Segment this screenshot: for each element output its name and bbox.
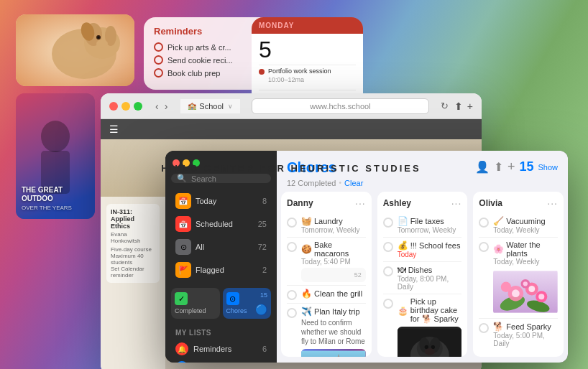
forward-button[interactable]: ›	[163, 101, 170, 112]
task-birthday-cake: 🎂 Pick up birthday cake for 🐕 Sparky	[383, 294, 462, 357]
chores-label: Chores	[226, 307, 247, 314]
add-button[interactable]: +	[507, 159, 515, 174]
task-water-plants: 🌸 Water the plants Today, Weekly	[479, 238, 558, 319]
sidebar-item-completed[interactable]: ✓ Completed	[171, 288, 220, 319]
task-circle[interactable]	[287, 218, 297, 228]
svg-point-28	[431, 345, 434, 349]
widget-photo: THE GREAT OUTDOO OVER THE YEARS	[16, 93, 95, 219]
share-icon[interactable]: ⬆	[494, 160, 503, 174]
show-button[interactable]: Show	[538, 163, 558, 172]
task-circle[interactable]	[479, 242, 489, 252]
task-plants-info: 🌸 Water the plants Today, Weekly	[493, 240, 558, 315]
ashley-menu[interactable]: ···	[451, 197, 462, 209]
reminder-circle-1	[154, 42, 163, 52]
plants-emoji: 🌸	[493, 244, 504, 254]
task-circle[interactable]	[287, 242, 297, 252]
fees-emoji: 💰	[398, 240, 408, 251]
laundry-title: Laundry	[314, 217, 343, 225]
task-vacuum-info: 🧹 Vacuuming Today, Weekly	[493, 216, 558, 234]
safari-nav: ‹ ›	[154, 101, 169, 112]
list-label-reminders: Reminders	[193, 345, 262, 353]
svg-point-27	[424, 345, 428, 349]
dishes-sub: Today, 8:00 PM, Daily	[398, 275, 462, 291]
clear-button[interactable]: Clear	[344, 179, 363, 187]
reload-button[interactable]: ↻	[441, 101, 449, 111]
main-count: 15	[519, 159, 533, 174]
photo-widget-text: THE GREAT OUTDOO OVER THE YEARS	[22, 186, 89, 212]
safari-school-tab[interactable]: 🏫 School ∨	[180, 99, 240, 113]
svg-point-11	[41, 121, 70, 152]
today-icon: 📅	[175, 193, 191, 209]
taxes-sub: Tomorrow, Weekly	[398, 226, 462, 234]
olivia-col-header: Olivia ···	[479, 197, 558, 209]
task-circle[interactable]	[479, 323, 489, 333]
safari-actions: ⬆ +	[454, 101, 473, 112]
col-ashley: Ashley ··· 📄 File taxes Tomorrow, Weekly	[377, 192, 468, 357]
calendar-event-1: Portfolio work session 10:00–12ma	[259, 65, 356, 86]
ashley-name: Ashley	[383, 198, 411, 208]
list-item-family[interactable]: 👪 Family 7	[171, 358, 271, 363]
svg-point-39	[539, 294, 545, 299]
list-item-reminders[interactable]: 🔔 Reminders 6	[171, 340, 271, 358]
school-course-card[interactable]: IN-311: Applied Ethics Evana Honkowitsh …	[106, 204, 160, 283]
traffic-light-green[interactable]	[134, 102, 142, 111]
task-grill-info: 🔥 Clean the grill	[301, 289, 366, 299]
calendar-event-1-title: Portfolio work session	[268, 67, 331, 76]
list-icon-reminders: 🔔	[175, 342, 188, 355]
sidebar-item-flagged[interactable]: 🚩 Flagged 2	[171, 259, 271, 281]
task-circle[interactable]	[287, 308, 297, 318]
macarons-note-count: 52	[306, 271, 362, 279]
sidebar-item-today[interactable]: 📅 Today 8	[171, 190, 271, 212]
olivia-menu[interactable]: ···	[547, 197, 558, 209]
reminder-circle-2	[154, 55, 163, 65]
traffic-light-red[interactable]	[109, 102, 118, 111]
task-circle[interactable]	[383, 242, 393, 252]
task-dishes: 🍽 Dishes Today, 8:00 PM, Daily	[383, 262, 462, 294]
svg-point-29	[424, 348, 434, 355]
sidebar-item-all[interactable]: ⊙ All 72	[171, 236, 271, 258]
reminders-main: Chores 12 Completed • Clear 👤 ⬆ + 15 Sho…	[277, 151, 568, 363]
scheduled-icon: 📅	[175, 216, 191, 232]
task-circle[interactable]	[383, 266, 393, 276]
hamburger-icon[interactable]: ☰	[109, 123, 119, 135]
macarons-sub: Today, 5:40 PM	[301, 258, 366, 266]
add-tab-icon[interactable]: +	[467, 101, 473, 112]
sidebar-item-scheduled[interactable]: 📅 Scheduled 25	[171, 213, 271, 235]
task-circle[interactable]	[383, 218, 393, 228]
task-laundry-info: 🧺 Laundry Tomorrow, Weekly	[301, 216, 366, 234]
task-circle[interactable]	[287, 290, 297, 300]
today-label: Today	[196, 197, 262, 205]
feed-emoji: 🐕	[493, 322, 504, 332]
safari-url-bar[interactable]: www.hchs.school	[252, 98, 429, 114]
reminders-search[interactable]: 🔍 Search	[171, 174, 271, 183]
plants-sub: Today, Weekly	[493, 258, 558, 266]
vacuum-title: Vacuuming	[506, 217, 545, 225]
back-button[interactable]: ‹	[154, 101, 160, 112]
course-details: Five-day course Maximum 40 students Set …	[111, 246, 155, 279]
task-vacuuming: 🧹 Vacuuming Today, Weekly	[479, 213, 558, 238]
list-icon-family: 👪	[175, 361, 188, 363]
share-icon[interactable]: ⬆	[454, 101, 463, 112]
svg-point-34	[512, 289, 520, 297]
scheduled-count: 25	[258, 220, 267, 228]
col-olivia: Olivia ··· 🧹 Vacuuming Today, Weekly	[473, 192, 564, 357]
person-icon[interactable]: 👤	[475, 160, 490, 174]
task-circle[interactable]	[383, 299, 393, 309]
feed-sub: Today, 5:00 PM, Daily	[493, 332, 558, 347]
traffic-light-yellow[interactable]	[121, 102, 130, 111]
task-circle[interactable]	[479, 218, 489, 228]
fees-title: !!! School fees	[410, 241, 461, 250]
sidebar-item-chores[interactable]: ⊙ Chores 15 🔵	[223, 288, 272, 319]
task-dishes-info: 🍽 Dishes Today, 8:00 PM, Daily	[398, 265, 462, 291]
danny-name: Danny	[287, 198, 313, 208]
macarons-title: Bake macarons	[314, 240, 366, 258]
task-clean-grill: 🔥 Clean the grill	[287, 286, 366, 304]
calendar-day-name: MONDAY	[252, 17, 363, 34]
danny-menu[interactable]: ···	[355, 197, 366, 209]
my-lists-header: My Lists	[175, 329, 267, 337]
flagged-label: Flagged	[196, 266, 262, 274]
cake-emoji: 🎂	[398, 306, 408, 316]
task-file-taxes: 📄 File taxes Tomorrow, Weekly	[383, 213, 462, 238]
task-feed-sparky: 🐕 Feed Sparky Today, 5:00 PM, Daily	[479, 319, 558, 350]
svg-point-41	[523, 281, 528, 286]
